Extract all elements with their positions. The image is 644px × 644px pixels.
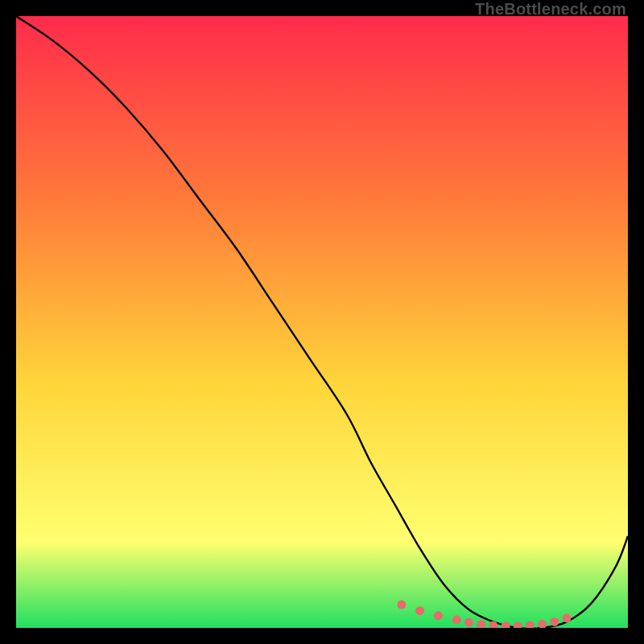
marker-dot	[452, 616, 461, 625]
bottleneck-chart	[16, 16, 628, 628]
marker-dot	[397, 601, 406, 609]
chart-frame	[16, 16, 628, 628]
marker-dot	[464, 618, 473, 627]
marker-dot	[434, 611, 443, 620]
marker-dot	[550, 617, 559, 626]
gradient-background	[16, 16, 628, 628]
marker-dot	[415, 606, 424, 615]
marker-dot	[563, 613, 572, 622]
watermark-text: TheBottleneck.com	[475, 0, 626, 19]
